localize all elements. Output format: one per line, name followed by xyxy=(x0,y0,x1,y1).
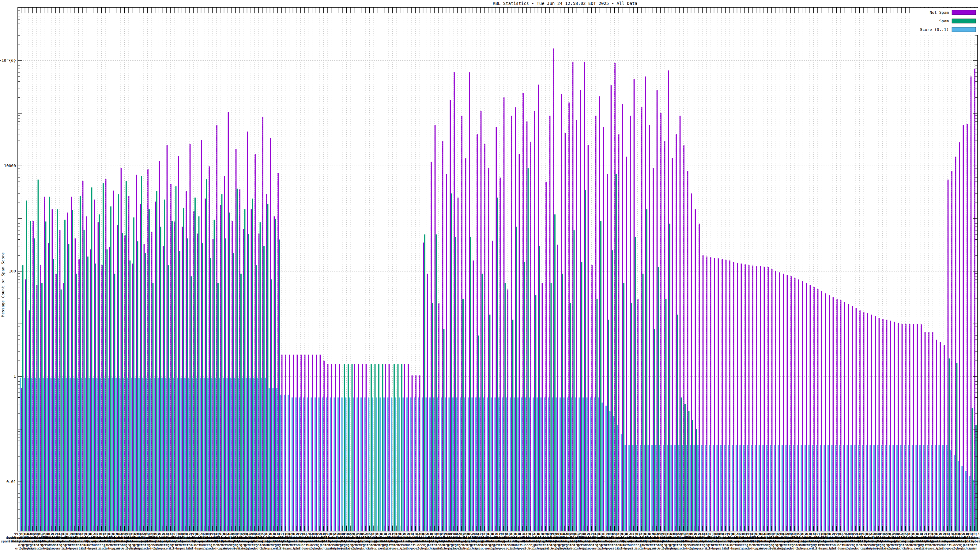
xtick-label-line: zen xyxy=(971,546,978,550)
legend-swatch-not-spam xyxy=(952,10,976,15)
chart-canvas: 1×10^{6}1000010010.01 99(2(04dnsbl.sorbs… xyxy=(0,0,980,551)
legend-label-not-spam: Not Spam xyxy=(929,10,949,15)
legend-swatch-spam xyxy=(952,19,976,23)
chart-title: RBL Statistics - Tue Jun 24 12:58:02 EDT… xyxy=(493,1,637,6)
ytick-label: 0.01 xyxy=(6,480,16,484)
y-axis-label: Message Count or Spam Score xyxy=(1,252,5,317)
ytick-label: 1 xyxy=(13,374,16,379)
legend-swatch-score xyxy=(952,27,976,32)
ytick-label: 10000 xyxy=(4,164,16,168)
legend-label-spam: Spam xyxy=(939,19,949,23)
legend: Not Spam Spam Score (0..1) xyxy=(911,8,978,35)
xtick-labels-overlapped: 99(2(04dnsbl.sorbs.netspam.dnsbl.sorbs.n… xyxy=(1,532,980,550)
legend-label-score: Score (0..1) xyxy=(920,27,949,32)
ytick-label: 1×10^{6} xyxy=(0,58,16,63)
rbl-statistics-chart: 1×10^{6}1000010010.01 99(2(04dnsbl.sorbs… xyxy=(0,0,980,551)
bars-layer xyxy=(20,48,977,531)
ytick-label: 100 xyxy=(9,269,16,273)
